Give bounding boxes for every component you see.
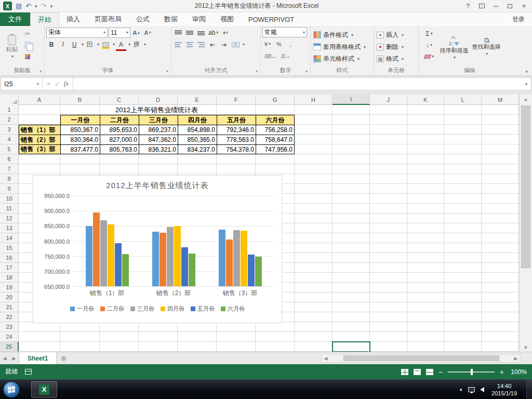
align-bottom-icon[interactable] [196,27,206,38]
row-header-9[interactable]: 9 [0,184,19,194]
orientation-icon[interactable]: ab▾ [207,27,219,38]
tab-视图[interactable]: 视图 [213,12,241,26]
file-tab[interactable]: 文件 [0,12,30,26]
cell-E2[interactable]: 四月份 [178,115,217,125]
column-header-K[interactable]: K [407,95,444,105]
cells-button-1[interactable]: ×删除▾ [376,42,417,52]
tab-页面布局[interactable]: 页面布局 [87,12,129,26]
bar-一月份-销售（1）部[interactable] [86,226,92,286]
tab-POWERPIVOT[interactable]: POWERPIVOT [241,12,301,26]
legend-item-一月份[interactable]: 一月份 [70,305,94,313]
underline-button[interactable]: U [69,39,79,50]
bar-四月份-销售（1）部[interactable] [108,224,114,286]
excel-app-icon[interactable]: X [3,2,12,10]
column-header-F[interactable]: F [217,95,256,105]
cell-A3[interactable]: 销售（1）部 [19,125,60,135]
shrink-font-button[interactable]: A▼ [143,27,153,38]
row-header-22[interactable]: 22 [0,312,19,322]
select-all-corner[interactable] [0,95,19,105]
bar-三月份-销售（3）部[interactable] [233,230,240,286]
sort-filter-button[interactable]: A↓Z↓ 排序和筛选 ▾ [438,27,470,66]
show-desktop-button[interactable] [526,380,532,399]
font-color-icon[interactable]: A [116,39,126,50]
autosum-icon[interactable]: Σ▾ [420,28,438,39]
align-center-icon[interactable] [184,39,195,50]
cell-G4[interactable]: 758,647.0 [256,135,295,144]
find-select-button[interactable]: 查找和选择 ▾ [470,27,502,66]
active-cell-selection[interactable] [332,341,370,352]
row-header-5[interactable]: 5 [0,144,19,154]
merge-center-icon[interactable] [230,39,241,50]
cell-B2[interactable]: 一月份 [60,115,100,125]
column-header-H[interactable]: H [295,95,332,105]
legend-item-二月份[interactable]: 二月份 [100,305,124,313]
row-header-25[interactable]: 25 [0,342,19,352]
format-painter-icon[interactable] [22,51,33,62]
decrease-decimal-icon[interactable]: .0→ [279,50,291,61]
volume-icon[interactable] [480,387,484,392]
bar-五月份-销售（3）部[interactable] [248,255,255,286]
column-header-L[interactable]: L [444,95,482,105]
cell-F4[interactable]: 778,563.0 [217,135,256,144]
tab-审阅[interactable]: 审阅 [185,12,213,26]
cell-F3[interactable]: 792,346.0 [217,125,256,135]
font-size-select[interactable]: 11▾ [109,28,130,38]
undo-icon[interactable]: ↶ [25,3,31,9]
vertical-scrollbar[interactable]: ▲ ▼ [519,95,532,352]
add-sheet-icon[interactable]: ⊕ [57,354,70,362]
row-header-8[interactable]: 8 [0,174,19,184]
legend-item-六月份[interactable]: 六月份 [221,305,245,313]
clipboard-dialog-launcher-icon[interactable]: ▸ [37,68,44,75]
row-header-19[interactable]: 19 [0,283,19,292]
increase-decimal-icon[interactable]: .00← [262,50,278,61]
decrease-indent-icon[interactable]: ⇤ [207,39,218,50]
cell-A5[interactable]: 销售（3）部 [19,144,60,154]
clear-icon[interactable]: ▾ [420,51,438,62]
font-dialog-launcher-icon[interactable]: ▸ [164,68,171,75]
bar-一月份-销售（3）部[interactable] [219,230,225,286]
legend-item-四月份[interactable]: 四月份 [161,305,184,313]
bar-六月份-销售（1）部[interactable] [122,254,129,286]
scroll-left-icon[interactable]: ◀ [322,356,330,361]
cell-G2[interactable]: 六月份 [256,115,295,125]
table-title-cell[interactable]: 2012上半年销售业绩统计表 [19,105,295,115]
column-header-C[interactable]: C [100,95,139,105]
row-header-24[interactable]: 24 [0,332,19,342]
maximize-button[interactable] [503,1,517,12]
undo-dropdown-icon[interactable]: ▾ [35,4,37,9]
row-header-20[interactable]: 20 [0,292,19,302]
redo-icon[interactable]: ↷ [41,3,47,9]
sign-in-button[interactable]: 登录 [505,12,532,26]
scroll-down-icon[interactable]: ▼ [520,343,532,352]
align-top-icon[interactable] [173,27,183,38]
zoom-slider[interactable] [448,371,495,373]
formula-bar-expand-icon[interactable]: ▾ [522,78,531,90]
sheet-nav-left-icon[interactable]: ◀ [0,356,9,361]
row-header-6[interactable]: 6 [0,154,19,164]
column-header-A[interactable]: A [19,95,60,105]
percent-style-icon[interactable]: % [274,38,284,49]
insert-function-icon[interactable]: fx [64,80,69,88]
bar-四月份-销售（3）部[interactable] [241,231,247,286]
chart[interactable]: 2012上半年销售业绩统计表 950,000.0900,000.0850,000… [33,175,282,323]
minimize-button[interactable]: ─ [489,1,503,12]
name-box[interactable]: I25▾ [1,78,43,90]
row-header-18[interactable]: 18 [0,273,19,283]
row-header-12[interactable]: 12 [0,214,19,223]
cell-F5[interactable]: 754,378.0 [217,144,256,154]
column-header-I[interactable]: I [332,95,370,105]
vscroll-thumb[interactable] [521,105,530,268]
column-header-B[interactable]: B [60,95,100,105]
legend-item-五月份[interactable]: 五月份 [191,305,215,313]
cell-C5[interactable]: 805,763.0 [100,144,139,154]
increase-indent-icon[interactable]: ⇥ [219,39,229,50]
cell-E5[interactable]: 834,237.0 [178,144,217,154]
styles-button-0[interactable]: 条件格式▾ [312,30,372,41]
cell-D3[interactable]: 869,237.0 [139,125,178,135]
cell-C4[interactable]: 827,000.0 [100,135,139,144]
font-name-select[interactable]: 宋体▾ [46,28,108,38]
phonetic-guide-icon[interactable]: 拼 [131,39,142,50]
row-header-2[interactable]: 2 [0,115,19,125]
cell-D4[interactable]: 847,362.0 [139,135,178,144]
row-header-3[interactable]: 3 [0,125,19,135]
